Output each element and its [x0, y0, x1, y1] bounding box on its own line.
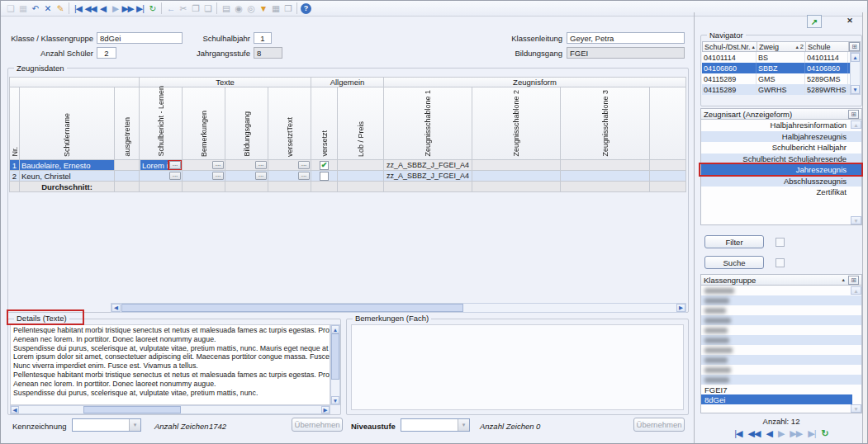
nav-fast-prev-icon[interactable]: ◀◀: [84, 2, 97, 15]
nav-next-icon[interactable]: ▶: [778, 428, 784, 439]
scroll-up-icon[interactable]: ▲: [851, 120, 861, 129]
table-row[interactable]: 2 Keun, Christel ... ... ... ... zz_A_SB…: [9, 171, 687, 182]
row1-lob-preis-cell[interactable]: [338, 160, 384, 171]
list-item-8dgei-selected[interactable]: 8dGei: [701, 394, 852, 404]
nav-fast-prev-icon[interactable]: ◀◀: [748, 428, 761, 439]
klassenleitung-field[interactable]: Geyer, Petra: [567, 32, 685, 44]
ellipsis-button[interactable]: ...: [255, 161, 267, 169]
refresh-icon[interactable]: ↻: [822, 428, 828, 439]
scrollbar-thumb[interactable]: [121, 304, 463, 312]
scroll-down-icon[interactable]: ▼: [851, 404, 861, 413]
close-panel-icon[interactable]: ✕: [843, 14, 856, 27]
nav-prev-icon[interactable]: ◀: [766, 428, 771, 439]
row2-schablone1-cell[interactable]: zz_A_SBBZ_J_FGEI_A4: [384, 171, 472, 182]
row2-versetzttext-cell[interactable]: ...: [268, 171, 311, 182]
list-item-zertifikat[interactable]: Zertifikat: [701, 187, 861, 198]
nav-fast-next-icon[interactable]: ▶▶: [790, 428, 802, 439]
eye-icon[interactable]: ◉: [232, 2, 244, 15]
help-icon[interactable]: ?: [301, 3, 311, 14]
nav-first-icon[interactable]: |◀: [72, 2, 84, 15]
print-icon[interactable]: ▤: [220, 2, 232, 15]
scroll-right-icon[interactable]: ▶: [321, 406, 330, 413]
scrollbar-thumb[interactable]: [331, 333, 339, 380]
table-row[interactable]: 04101114 BS 04101114: [702, 52, 850, 63]
list-item-jahreszeugnis-selected[interactable]: Jahreszeugnis: [701, 164, 861, 176]
row2-nr[interactable]: 2: [9, 171, 20, 182]
nav-last-icon[interactable]: ▶|: [134, 2, 146, 15]
details-hscrollbar[interactable]: ◀ ▶: [10, 405, 330, 414]
column-chooser-icon[interactable]: ⊞: [848, 110, 859, 119]
col-header-zeugnisschablone-3[interactable]: Zeugnisschablone 3: [561, 87, 650, 160]
ellipsis-button[interactable]: ...: [169, 172, 181, 180]
row2-ausgetreten[interactable]: [115, 171, 140, 182]
row2-schablone3-cell[interactable]: [561, 171, 650, 182]
save-icon[interactable]: ▦: [17, 2, 29, 15]
suche-button[interactable]: Suche: [704, 256, 764, 269]
back-arrow-icon[interactable]: ←: [164, 2, 177, 15]
filter-checkbox[interactable]: [776, 238, 785, 247]
list-item-redacted[interactable]: [701, 315, 861, 325]
list-item-redacted[interactable]: [701, 335, 861, 345]
column-chooser-icon[interactable]: ⊞: [849, 42, 860, 51]
col-header-versetzttext[interactable]: versetztText: [268, 87, 311, 160]
list-item-redacted[interactable]: [701, 375, 861, 385]
row1-schuelername[interactable]: Baudelaire, Ernesto: [20, 160, 115, 171]
col-header-nr[interactable]: Nr.: [9, 87, 20, 160]
schulhalbjahr-field[interactable]: 1: [254, 32, 272, 44]
kennzeichnung-combobox[interactable]: ▾: [72, 418, 141, 432]
details-textarea[interactable]: Pellentesque habitant morbi tristique se…: [10, 324, 330, 405]
klassengruppe-header[interactable]: Klassengruppe ▲ ⊞: [700, 274, 862, 286]
scroll-down-icon[interactable]: ▼: [331, 396, 339, 404]
klassengruppe-vscrollbar[interactable]: ▲ ▼: [851, 286, 861, 413]
row1-schulbericht-preview[interactable]: Lorem ipsu..: [140, 160, 169, 170]
uebernehmen-button[interactable]: Übernehmen: [292, 418, 343, 432]
report-icon[interactable]: ❒: [282, 2, 294, 15]
row2-lob-preis-cell[interactable]: [338, 171, 384, 182]
row1-versetzt-cell[interactable]: ✔: [311, 160, 338, 171]
suche-checkbox[interactable]: [776, 258, 785, 267]
uebernehmen-button[interactable]: Übernehmen: [633, 418, 685, 432]
versetzt-checkbox-checked[interactable]: ✔: [320, 161, 329, 170]
table-row[interactable]: 04115289 GWRHS 5289WRHS: [702, 84, 850, 95]
delete-icon[interactable]: ✕: [41, 2, 54, 15]
scroll-left-icon[interactable]: ◀: [111, 304, 121, 312]
row1-schablone1-cell[interactable]: zz_A_SBBZ_J_FGEI_A4: [384, 160, 472, 171]
table-row[interactable]: 04115289 GMS 5289GMS: [702, 73, 850, 84]
ellipsis-button[interactable]: ...: [212, 172, 224, 180]
new-document-icon[interactable]: ❑: [4, 2, 17, 15]
list-item-redacted[interactable]: [701, 295, 861, 305]
navigator-col-schulnr[interactable]: Schul-/Dst.Nr.▲1: [703, 42, 757, 51]
column-chooser-icon[interactable]: ⊞: [848, 276, 859, 285]
list-item-redacted[interactable]: [701, 365, 861, 375]
row1-bildungsgang-cell[interactable]: ...: [225, 160, 268, 171]
list-item-redacted[interactable]: [701, 286, 861, 295]
refresh-icon[interactable]: ↻: [146, 2, 159, 15]
col-header-schulbericht-lernen[interactable]: Schulbericht - Lernen: [140, 87, 183, 160]
list-item-schulbericht-halbjahr[interactable]: Schulbericht Halbjahr: [701, 142, 861, 154]
undo-icon[interactable]: ↶: [29, 2, 41, 15]
table-row[interactable]: 1 Baudelaire, Ernesto Lorem ipsu.. ... .…: [9, 160, 687, 171]
row1-bemerkungen-cell[interactable]: ...: [183, 160, 225, 171]
col-header-zeugnisschablone-2[interactable]: Zeugnisschablone 2: [472, 87, 561, 160]
grid-hscrollbar[interactable]: ◀ ▶: [111, 303, 686, 313]
niveaustufe-combobox[interactable]: ▾: [401, 418, 470, 432]
row2-schulbericht-cell[interactable]: ...: [140, 171, 183, 182]
row1-nr[interactable]: 1: [9, 160, 20, 171]
details-vscrollbar[interactable]: ▲ ▼: [330, 324, 340, 405]
list-item-abschlusszeugnis[interactable]: Abschlusszeugnis: [701, 176, 861, 187]
filter-funnel-icon[interactable]: ▼: [257, 2, 269, 15]
list-item-fgei7[interactable]: FGEI7: [701, 385, 861, 394]
filter-button[interactable]: Filter: [704, 235, 764, 248]
copy-icon[interactable]: ❐: [189, 2, 202, 15]
scroll-down-icon[interactable]: ▼: [851, 216, 861, 224]
list-item-halbjahreszeugnis[interactable]: Halbjahreszeugnis: [701, 131, 861, 143]
navigator-col-schule[interactable]: Schule: [806, 42, 849, 51]
col-header-zeugnisschablone-1[interactable]: Zeugnisschablone 1: [384, 87, 472, 160]
cut-icon[interactable]: ✂: [177, 2, 189, 15]
ellipsis-button[interactable]: ...: [212, 161, 224, 169]
row1-versetzttext-cell[interactable]: ...: [268, 160, 311, 171]
row2-versetzt-cell[interactable]: [311, 171, 338, 182]
scrollbar-thumb[interactable]: [83, 406, 181, 413]
list-item-redacted[interactable]: [701, 345, 861, 355]
zeugnisart-header[interactable]: Zeugnisart (Anzeigeform) ⊞: [700, 108, 862, 120]
